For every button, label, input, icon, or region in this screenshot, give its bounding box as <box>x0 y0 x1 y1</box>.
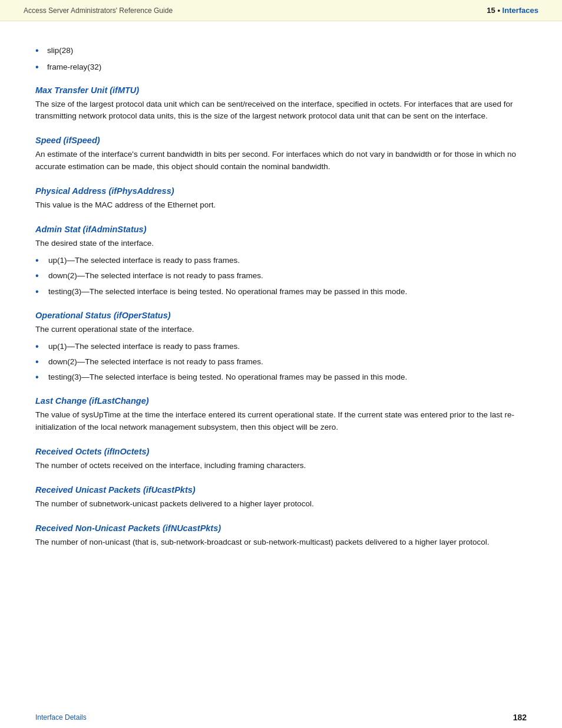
section-heading: Speed (ifSpeed) <box>35 136 527 145</box>
section-ifLastChange: Last Change (ifLastChange)The value of s… <box>35 396 527 434</box>
section-ifAdminStatus: Admin Stat (ifAdminStatus)The desired st… <box>35 225 527 298</box>
section-ifMTU: Max Transfer Unit (ifMTU)The size of the… <box>35 85 527 123</box>
list-item: testing(3)—The selected interface is bei… <box>35 286 527 298</box>
section-bullet-list: up(1)—The selected interface is ready to… <box>35 255 527 298</box>
section-heading: Last Change (ifLastChange) <box>35 396 527 406</box>
section-heading: Admin Stat (ifAdminStatus) <box>35 225 527 234</box>
section-ifSpeed: Speed (ifSpeed)An estimate of the interf… <box>35 136 527 173</box>
chapter-title: Interfaces <box>503 6 538 15</box>
section-body: The desired state of the interface. <box>35 238 527 250</box>
section-heading: Received Unicast Packets (ifUcastPkts) <box>35 485 527 495</box>
section-ifInOctets: Received Octets (ifInOctets)The number o… <box>35 447 527 472</box>
section-body: The size of the largest protocol data un… <box>35 98 527 123</box>
section-heading: Received Non-Unicast Packets (ifNUcastPk… <box>35 523 527 533</box>
intro-bullet-item: frame-relay(32) <box>35 61 527 73</box>
section-heading: Max Transfer Unit (ifMTU) <box>35 85 527 95</box>
section-body: The number of non-unicast (that is, sub-… <box>35 536 527 549</box>
section-heading: Physical Address (ifPhysAddress) <box>35 186 527 196</box>
intro-bullet-list: slip(28)frame-relay(32) <box>35 45 527 74</box>
list-item: up(1)—The selected interface is ready to… <box>35 255 527 266</box>
section-body: An estimate of the interface's current b… <box>35 149 527 173</box>
list-item: testing(3)—The selected interface is bei… <box>35 371 527 383</box>
page: Access Server Administrators' Reference … <box>0 0 562 728</box>
list-item: down(2)—The selected interface is not re… <box>35 356 527 368</box>
header-left-text: Access Server Administrators' Reference … <box>24 6 173 15</box>
section-heading: Received Octets (ifInOctets) <box>35 447 527 456</box>
intro-bullet-item: slip(28) <box>35 45 527 57</box>
section-heading: Operational Status (ifOperStatus) <box>35 311 527 320</box>
page-content: slip(28)frame-relay(32) Max Transfer Uni… <box>0 21 562 707</box>
page-number: 182 <box>513 713 527 722</box>
section-body: The current operational state of the int… <box>35 324 527 336</box>
page-header: Access Server Administrators' Reference … <box>0 0 562 21</box>
sections-container: Max Transfer Unit (ifMTU)The size of the… <box>35 85 527 549</box>
list-item: down(2)—The selected interface is not re… <box>35 270 527 282</box>
header-right-text: 15 • Interfaces <box>487 6 538 15</box>
section-ifNUcastPkts: Received Non-Unicast Packets (ifNUcastPk… <box>35 523 527 549</box>
footer-section-name: Interface Details <box>35 713 87 722</box>
section-bullet-list: up(1)—The selected interface is ready to… <box>35 341 527 384</box>
section-body: This value is the MAC address of the Eth… <box>35 199 527 212</box>
section-ifOperStatus: Operational Status (ifOperStatus)The cur… <box>35 311 527 384</box>
section-ifPhysAddress: Physical Address (ifPhysAddress)This val… <box>35 186 527 212</box>
page-footer: Interface Details 182 <box>0 707 562 728</box>
list-item: up(1)—The selected interface is ready to… <box>35 341 527 353</box>
section-ifUcastPkts: Received Unicast Packets (ifUcastPkts)Th… <box>35 485 527 510</box>
section-body: The value of sysUpTime at the time the i… <box>35 409 527 434</box>
section-body: The number of subnetwork-unicast packets… <box>35 498 527 510</box>
section-body: The number of octets received on the int… <box>35 460 527 472</box>
chapter-number: 15 • <box>487 6 502 15</box>
